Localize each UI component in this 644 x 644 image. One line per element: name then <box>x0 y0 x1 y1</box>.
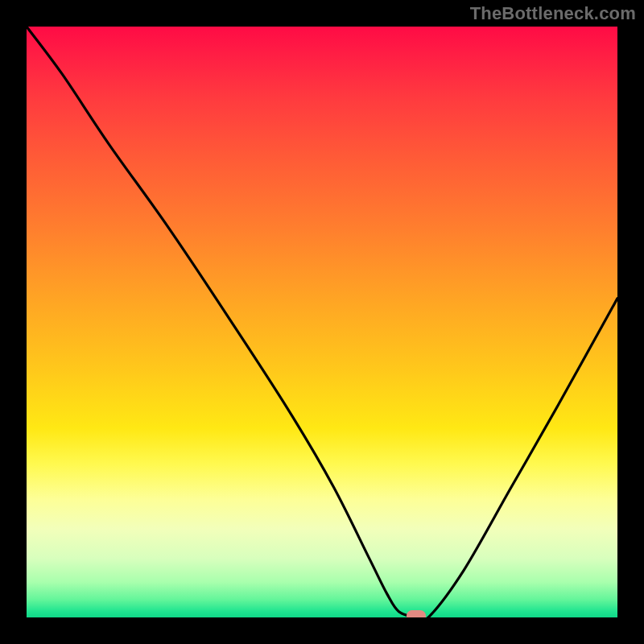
bottleneck-curve <box>27 27 617 617</box>
chart-frame: TheBottleneck.com <box>0 0 644 644</box>
watermark-text: TheBottleneck.com <box>470 3 636 24</box>
optimal-point-marker <box>407 610 426 617</box>
plot-area <box>27 27 617 617</box>
